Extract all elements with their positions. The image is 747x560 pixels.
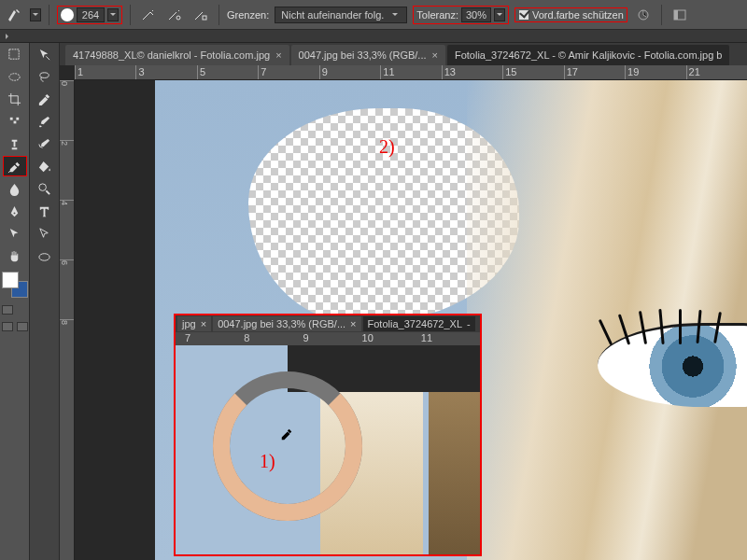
tool-crop[interactable] bbox=[3, 89, 27, 109]
annotation-1: 1) bbox=[260, 451, 275, 472]
ruler-horizontal[interactable]: 13579111315171921 bbox=[75, 65, 747, 80]
tool-blur[interactable] bbox=[3, 178, 27, 199]
screenmode-icon[interactable] bbox=[2, 322, 28, 331]
brush-size-group: 264 bbox=[57, 6, 122, 24]
doc-tab-0-label: 41749888_XL© danielkrol - Fotolia.com.jp… bbox=[73, 49, 270, 61]
canvas-offscreen bbox=[75, 80, 155, 560]
protect-fg-label: Vord.farbe schützen bbox=[532, 9, 624, 21]
tool-brush[interactable] bbox=[33, 111, 57, 132]
tool-hand[interactable] bbox=[3, 245, 27, 266]
svg-rect-4 bbox=[674, 10, 678, 20]
extra-panel-icon[interactable] bbox=[669, 5, 690, 25]
protect-fg-group: Vord.farbe schützen bbox=[514, 7, 627, 22]
svg-point-11 bbox=[39, 183, 47, 190]
sampling-swatch-icon[interactable] bbox=[190, 5, 211, 25]
annotation-2: 2) bbox=[379, 136, 395, 158]
brush-preview-icon[interactable] bbox=[61, 8, 74, 21]
tool-path-select[interactable] bbox=[3, 223, 27, 244]
tool-lasso[interactable] bbox=[33, 66, 57, 87]
svg-point-0 bbox=[176, 16, 180, 20]
doc-tab-1[interactable]: 0047.jpg bei 33,3% (RGB/...× bbox=[291, 45, 445, 65]
inset-tabs: jpg× 0047.jpg bei 33,3% (RGB/...× Fotoli… bbox=[176, 315, 480, 332]
tool-bg-eraser[interactable] bbox=[3, 156, 27, 176]
eyedropper-cursor-icon bbox=[280, 427, 293, 441]
inset-panel: jpg× 0047.jpg bei 33,3% (RGB/...× Fotoli… bbox=[174, 314, 482, 556]
tool-bucket[interactable] bbox=[33, 156, 57, 176]
inset-tab-1[interactable]: 0047.jpg bei 33,3% (RGB/...× bbox=[213, 316, 360, 331]
color-swatches[interactable] bbox=[2, 272, 28, 298]
svg-rect-1 bbox=[203, 16, 206, 20]
svg-point-6 bbox=[9, 73, 20, 80]
tolerance-dropdown[interactable] bbox=[494, 8, 505, 21]
inset-hair-dark bbox=[429, 392, 480, 554]
quickmask-icon[interactable] bbox=[2, 305, 28, 315]
canvas[interactable]: 2) jpg× 0047.jpg bei 33,3% (RGB/...× Fot… bbox=[75, 80, 747, 560]
tool-pixel[interactable] bbox=[3, 111, 27, 132]
pressure-icon[interactable] bbox=[633, 5, 654, 25]
document-tabs: 41749888_XL© danielkrol - Fotolia.com.jp… bbox=[60, 43, 747, 65]
tool-preset-icon[interactable] bbox=[4, 5, 24, 25]
close-icon[interactable]: × bbox=[201, 318, 206, 329]
tool-direct-select[interactable] bbox=[33, 223, 57, 244]
doc-tab-1-label: 0047.jpg bei 33,3% (RGB/... bbox=[299, 49, 427, 61]
close-icon[interactable]: × bbox=[275, 49, 281, 61]
ruler-vertical[interactable]: 02468 bbox=[60, 80, 75, 560]
svg-rect-8 bbox=[14, 120, 17, 123]
svg-point-12 bbox=[39, 253, 49, 260]
doc-tab-2-label: Fotolia_3724672_XL - © Amir Kaljikovic -… bbox=[455, 49, 723, 61]
tool-zoom[interactable] bbox=[33, 178, 57, 199]
tolerance-group: Toleranz: 30% bbox=[413, 6, 509, 24]
tool-eyedropper[interactable] bbox=[33, 89, 57, 109]
sampling-once-icon[interactable] bbox=[164, 5, 185, 25]
main-area: 41749888_XL© danielkrol - Fotolia.com.jp… bbox=[0, 43, 747, 560]
eyelash bbox=[679, 309, 682, 344]
tolerance-value[interactable]: 30% bbox=[461, 7, 491, 22]
svg-rect-5 bbox=[9, 49, 19, 58]
close-icon[interactable]: × bbox=[432, 49, 438, 61]
close-icon[interactable]: × bbox=[350, 318, 356, 329]
document-area: 41749888_XL© danielkrol - Fotolia.com.jp… bbox=[60, 43, 747, 560]
inset-tab-0[interactable]: jpg× bbox=[177, 316, 211, 331]
tool-move[interactable] bbox=[33, 44, 57, 64]
hair-region bbox=[467, 80, 747, 560]
toolbar-col-b bbox=[30, 43, 60, 560]
limits-label: Grenzen: bbox=[227, 9, 269, 21]
photo-content: 2) jpg× 0047.jpg bei 33,3% (RGB/...× Fot… bbox=[155, 80, 747, 560]
limits-value: Nicht aufeinander folg. bbox=[281, 9, 384, 21]
tool-history-brush[interactable] bbox=[33, 133, 57, 154]
doc-tab-2[interactable]: Fotolia_3724672_XL - © Amir Kaljikovic -… bbox=[447, 45, 730, 65]
sample-ring-color bbox=[213, 371, 362, 521]
tool-preset-dropdown[interactable] bbox=[30, 8, 41, 21]
toolbar-col-a bbox=[0, 43, 30, 560]
pane-collapse-icon[interactable] bbox=[0, 30, 747, 43]
tool-rect-select[interactable] bbox=[3, 44, 27, 64]
limits-select[interactable]: Nicht aufeinander folg. bbox=[275, 7, 407, 23]
brush-size-value[interactable]: 264 bbox=[77, 7, 105, 22]
tool-type[interactable] bbox=[33, 201, 57, 221]
tolerance-label: Toleranz: bbox=[416, 9, 458, 21]
tool-pen[interactable] bbox=[3, 201, 27, 221]
protect-fg-checkbox[interactable] bbox=[518, 9, 529, 21]
sampling-continuous-icon[interactable] bbox=[138, 5, 159, 25]
tool-shape[interactable] bbox=[33, 245, 57, 266]
inset-ruler: 7891011 bbox=[176, 332, 480, 345]
svg-rect-7 bbox=[10, 117, 13, 119]
tool-ellipse-select[interactable] bbox=[3, 66, 27, 87]
fg-color[interactable] bbox=[2, 272, 19, 288]
doc-tab-0[interactable]: 41749888_XL© danielkrol - Fotolia.com.jp… bbox=[65, 45, 289, 65]
brush-dropdown[interactable] bbox=[107, 8, 119, 21]
tool-stamp[interactable] bbox=[3, 133, 27, 154]
inset-tab-2[interactable]: Fotolia_3724672_XL- bbox=[363, 316, 475, 331]
options-bar: 264 Grenzen: Nicht aufeinander folg. Tol… bbox=[0, 0, 747, 30]
svg-rect-9 bbox=[16, 117, 19, 119]
